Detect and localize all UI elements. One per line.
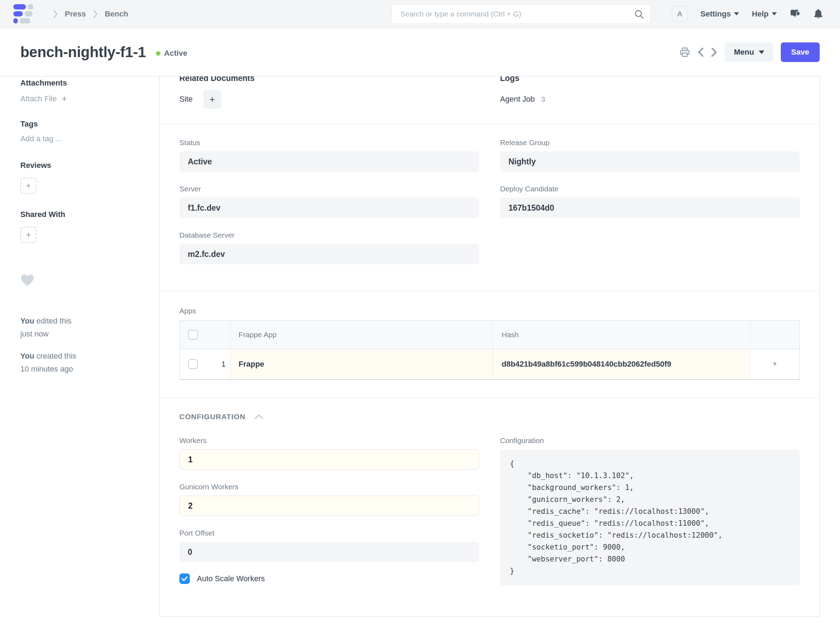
workers-input[interactable]: 1 bbox=[180, 449, 479, 470]
plus-icon: + bbox=[209, 94, 215, 105]
tags-heading: Tags bbox=[20, 119, 145, 129]
reviews-heading: Reviews bbox=[20, 160, 145, 171]
menu-button-label: Menu bbox=[734, 48, 754, 57]
status-field-value: Active bbox=[180, 152, 479, 172]
breadcrumb-separator-icon bbox=[53, 9, 58, 19]
help-menu-label: Help bbox=[752, 9, 768, 19]
deploy-candidate-field-label: Deploy Candidate bbox=[500, 185, 800, 193]
checkmark-icon bbox=[181, 576, 188, 581]
status-field-label: Status bbox=[180, 138, 479, 147]
breadcrumb-separator-icon bbox=[93, 9, 98, 19]
agent-job-link[interactable]: Agent Job bbox=[500, 95, 535, 104]
row-index: 1 bbox=[222, 360, 226, 369]
app-logo[interactable] bbox=[13, 4, 33, 23]
page-header: bench-nightly-f1-1 Active Menu Save bbox=[0, 28, 840, 77]
like-heart-icon[interactable] bbox=[20, 274, 145, 288]
help-menu[interactable]: Help bbox=[752, 9, 777, 19]
app-hash-cell[interactable]: d8b421b49a8bf61c599b048140cbb2062fed50f9 bbox=[493, 349, 750, 379]
configuration-json-block: { "db_host": "10.1.3.102", "background_w… bbox=[500, 449, 800, 585]
edited-info: You edited this just now bbox=[20, 315, 145, 340]
search-input[interactable] bbox=[392, 4, 651, 24]
header-actions: Menu Save bbox=[679, 42, 820, 62]
app-name-cell[interactable]: Frappe bbox=[230, 349, 493, 379]
attach-file-button[interactable]: Attach File + bbox=[20, 93, 145, 104]
related-site-link[interactable]: Site bbox=[180, 95, 193, 104]
chevron-down-icon bbox=[772, 12, 777, 16]
collapse-chevron-up-icon bbox=[254, 414, 263, 419]
save-button[interactable]: Save bbox=[781, 42, 820, 62]
print-icon[interactable] bbox=[679, 47, 690, 58]
row-expand-triangle-icon[interactable]: ▼ bbox=[772, 361, 778, 368]
breadcrumb-item-bench[interactable]: Bench bbox=[105, 9, 128, 19]
avatar[interactable]: A bbox=[672, 6, 688, 22]
breadcrumb-item-press[interactable]: Press bbox=[65, 9, 86, 19]
content-area: Attachments Attach File + Tags Add a tag… bbox=[0, 77, 840, 626]
configuration-section-toggle[interactable]: CONFIGURATION bbox=[180, 413, 800, 421]
auto-scale-workers-label: Auto Scale Workers bbox=[197, 574, 265, 583]
apps-section: Apps Frappe App Hash 1 Frappe d8b421b49a… bbox=[160, 291, 819, 398]
logo-pill bbox=[13, 18, 18, 23]
logo-row bbox=[13, 18, 33, 23]
column-header-actions bbox=[750, 321, 799, 349]
shared-with-heading: Shared With bbox=[20, 209, 145, 220]
prev-document-chevron-left-icon[interactable] bbox=[698, 47, 704, 58]
server-field-value[interactable]: f1.fc.dev bbox=[180, 198, 479, 218]
chat-icon[interactable] bbox=[790, 8, 801, 20]
row-checkbox[interactable] bbox=[188, 359, 198, 369]
dashboard-section: Related Documents Site + Logs Agent Job … bbox=[160, 77, 819, 124]
created-who: You bbox=[20, 352, 34, 360]
table-row: 1 Frappe d8b421b49a8bf61c599b048140cbb20… bbox=[180, 349, 799, 379]
logo-row bbox=[13, 11, 33, 16]
auto-scale-workers-field: Auto Scale Workers bbox=[180, 573, 479, 584]
plus-icon: + bbox=[62, 93, 67, 104]
logs-block: Logs Agent Job 3 bbox=[500, 77, 800, 109]
top-navbar: Press Bench A Settings Help bbox=[0, 0, 840, 28]
add-site-button[interactable]: + bbox=[203, 90, 222, 109]
apps-table-label: Apps bbox=[180, 307, 800, 315]
port-offset-field-label: Port Offset bbox=[180, 529, 479, 537]
attach-file-label: Attach File bbox=[20, 94, 57, 103]
created-info: You created this 10 minutes ago bbox=[20, 349, 145, 376]
chevron-down-icon bbox=[759, 50, 764, 54]
release-group-field-label: Release Group bbox=[500, 138, 800, 147]
related-documents-block: Related Documents Site + bbox=[180, 77, 479, 109]
select-all-checkbox[interactable] bbox=[188, 330, 198, 340]
agent-job-count: 3 bbox=[541, 95, 545, 103]
add-tag-button[interactable]: Add a tag ... bbox=[20, 134, 145, 143]
status-dot-icon bbox=[156, 51, 161, 56]
related-documents-heading: Related Documents bbox=[180, 77, 479, 84]
configuration-json-label: Configuration bbox=[500, 437, 800, 445]
add-share-button[interactable]: + bbox=[20, 227, 36, 243]
logo-pill bbox=[13, 11, 23, 16]
configuration-section-heading: CONFIGURATION bbox=[180, 413, 245, 421]
notifications-bell-icon[interactable] bbox=[813, 8, 823, 20]
column-header-frappe-app: Frappe App bbox=[230, 321, 493, 349]
column-header-hash: Hash bbox=[493, 321, 750, 349]
deploy-candidate-field-value[interactable]: 167b1504d0 bbox=[500, 198, 800, 218]
server-field-label: Server bbox=[180, 185, 479, 193]
gunicorn-workers-field-label: Gunicorn Workers bbox=[180, 483, 479, 491]
status-indicator: Active bbox=[156, 49, 187, 58]
menu-button[interactable]: Menu bbox=[725, 42, 773, 62]
database-server-field-value[interactable]: m2.fc.dev bbox=[180, 244, 479, 264]
edited-who: You bbox=[20, 316, 34, 325]
apps-table: Frappe App Hash 1 Frappe d8b421b49a8bf61… bbox=[180, 320, 800, 380]
apps-table-header: Frappe App Hash bbox=[180, 321, 799, 349]
next-document-chevron-right-icon[interactable] bbox=[711, 47, 717, 58]
search-icon[interactable] bbox=[634, 9, 644, 19]
release-group-field-value[interactable]: Nightly bbox=[500, 152, 800, 172]
logo-pill bbox=[20, 18, 30, 23]
settings-menu[interactable]: Settings bbox=[701, 9, 740, 19]
add-review-button[interactable]: + bbox=[20, 178, 36, 194]
database-server-field-label: Database Server bbox=[180, 231, 479, 239]
sidebar: Attachments Attach File + Tags Add a tag… bbox=[0, 77, 159, 626]
logo-pill bbox=[13, 4, 26, 9]
form-card: Related Documents Site + Logs Agent Job … bbox=[159, 77, 820, 617]
gunicorn-workers-input[interactable]: 2 bbox=[180, 496, 479, 516]
global-search bbox=[392, 4, 651, 24]
port-offset-field-value: 0 bbox=[180, 542, 479, 562]
avatar-initial: A bbox=[677, 9, 683, 19]
auto-scale-workers-checkbox[interactable] bbox=[180, 573, 190, 584]
chevron-down-icon bbox=[734, 12, 739, 16]
navbar-right-cluster: A Settings Help bbox=[672, 6, 823, 22]
